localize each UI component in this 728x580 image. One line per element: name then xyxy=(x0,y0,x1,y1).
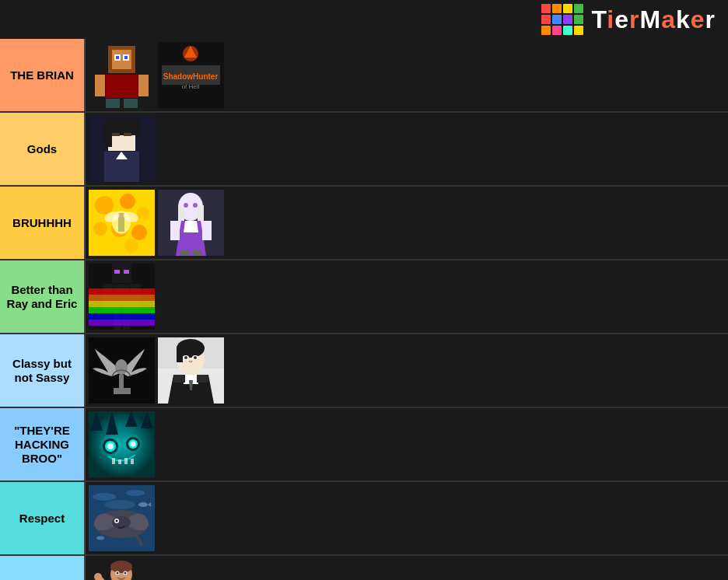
logo-cell xyxy=(541,4,551,13)
empty-area xyxy=(408,39,728,111)
logo-cell xyxy=(552,15,562,24)
svg-rect-64 xyxy=(89,301,155,307)
svg-rect-63 xyxy=(89,295,155,301)
svg-rect-71 xyxy=(114,388,131,394)
cave-monster-svg xyxy=(89,411,155,477)
tier-row-better-than: Better than Ray and Eric xyxy=(0,260,728,334)
tier-items-gods xyxy=(84,113,408,185)
dark-portrait-svg xyxy=(158,337,224,404)
svg-point-108 xyxy=(104,500,135,509)
empty-area-gods xyxy=(408,113,728,185)
tier-label-bruhhhh: BRUHHHH xyxy=(0,187,84,259)
svg-rect-51 xyxy=(180,250,189,256)
empty-area-classy xyxy=(408,334,728,407)
tier-label-blk: Blk xyxy=(0,556,84,580)
logo-cell xyxy=(563,26,572,35)
svg-rect-49 xyxy=(170,221,180,240)
svg-rect-10 xyxy=(106,99,120,108)
tier-label-text-hacking: "THEY'RE HACKING BROO" xyxy=(5,424,79,466)
tier-item-dark-wing[interactable] xyxy=(89,337,155,404)
tier-row-bruhhhh: BRUHHHH xyxy=(0,187,728,260)
logo-cell xyxy=(563,4,572,13)
tier-item-minecraft[interactable]: Shadow xyxy=(89,42,155,108)
empty-area-hacking xyxy=(408,408,728,480)
tier-items-bruhhhh xyxy=(84,187,408,259)
svg-point-35 xyxy=(102,238,114,250)
tier-row-respect: Respect xyxy=(0,482,728,556)
tier-label-text-bruhhhh: BRUHHHH xyxy=(12,216,72,230)
svg-rect-101 xyxy=(131,459,134,464)
anime-dark-svg xyxy=(89,116,155,182)
tier-items-blk xyxy=(84,556,408,580)
header: TierMaker xyxy=(0,0,728,39)
person-char-svg xyxy=(89,559,155,580)
tier-label-gods: Gods xyxy=(0,113,84,185)
tier-label-classy: Classy but not Sassy xyxy=(0,334,84,407)
tier-item-manta-ray[interactable] xyxy=(89,485,155,551)
svg-point-112 xyxy=(116,520,118,522)
logo-cell xyxy=(574,4,583,13)
tier-item-dark-portrait[interactable] xyxy=(158,337,224,404)
svg-rect-55 xyxy=(114,270,120,274)
tier-label-text-classy: Classy but not Sassy xyxy=(5,357,79,385)
svg-point-110 xyxy=(112,516,131,529)
tier-items-the-brian: Shadow ShadowHunter of Hell xyxy=(84,39,408,111)
svg-point-124 xyxy=(124,572,127,575)
logo-grid xyxy=(541,4,583,35)
empty-area-blk xyxy=(408,556,728,580)
svg-point-34 xyxy=(131,225,147,240)
tier-label-respect: Respect xyxy=(0,482,84,554)
tier-row-blk: Blk xyxy=(0,556,728,580)
tier-item-purple-char[interactable] xyxy=(158,190,224,256)
golden-svg xyxy=(89,190,155,256)
svg-rect-8 xyxy=(95,75,105,96)
svg-rect-23 xyxy=(104,120,112,147)
logo-cell xyxy=(552,4,562,13)
svg-rect-52 xyxy=(193,250,202,256)
empty-area-respect xyxy=(408,482,728,554)
svg-rect-66 xyxy=(89,313,155,320)
shadowhunter-svg: ShadowHunter of Hell xyxy=(158,42,224,108)
svg-point-117 xyxy=(96,536,104,540)
tier-item-person[interactable] xyxy=(89,559,155,580)
tier-container: THE BRIAN xyxy=(0,39,728,580)
svg-point-115 xyxy=(138,502,148,507)
svg-rect-62 xyxy=(89,288,155,295)
dark-wing-svg xyxy=(89,337,155,404)
svg-point-106 xyxy=(93,493,116,501)
svg-rect-98 xyxy=(112,458,115,464)
tier-item-cave-monster[interactable] xyxy=(89,411,155,477)
logo-text: TierMaker xyxy=(591,5,716,34)
svg-point-31 xyxy=(137,207,149,219)
svg-text:of Hell: of Hell xyxy=(182,83,200,90)
tier-row-the-brian: THE BRIAN xyxy=(0,39,728,113)
tier-item-golden[interactable] xyxy=(89,190,155,256)
tier-items-classy xyxy=(84,334,408,407)
manta-ray-svg xyxy=(89,485,155,551)
tier-label-text-better: Better than Ray and Eric xyxy=(5,283,79,311)
tier-items-respect xyxy=(84,482,408,554)
svg-point-120 xyxy=(110,561,132,573)
tier-label-text-gods: Gods xyxy=(27,142,57,156)
svg-rect-9 xyxy=(138,75,149,96)
tier-item-anime-dark[interactable] xyxy=(89,116,155,182)
svg-rect-50 xyxy=(202,221,212,240)
svg-marker-48 xyxy=(184,221,198,232)
purple-char-svg xyxy=(158,190,224,256)
svg-point-29 xyxy=(95,196,114,215)
svg-rect-56 xyxy=(124,270,129,274)
logo-cell xyxy=(541,15,551,24)
tier-item-shadowhunter[interactable]: ShadowHunter of Hell xyxy=(158,42,224,108)
tier-row-classy: Classy but not Sassy xyxy=(0,334,728,408)
svg-rect-76 xyxy=(177,348,183,362)
svg-rect-84 xyxy=(173,375,185,383)
svg-point-80 xyxy=(194,356,197,359)
svg-point-102 xyxy=(100,435,121,457)
svg-point-123 xyxy=(117,572,119,575)
logo-cell xyxy=(552,26,562,35)
svg-rect-25 xyxy=(124,133,131,136)
rainbow-enderman-svg xyxy=(89,264,155,330)
tier-item-rainbow-enderman[interactable] xyxy=(89,264,155,330)
svg-point-79 xyxy=(184,356,187,359)
svg-point-69 xyxy=(115,359,128,375)
